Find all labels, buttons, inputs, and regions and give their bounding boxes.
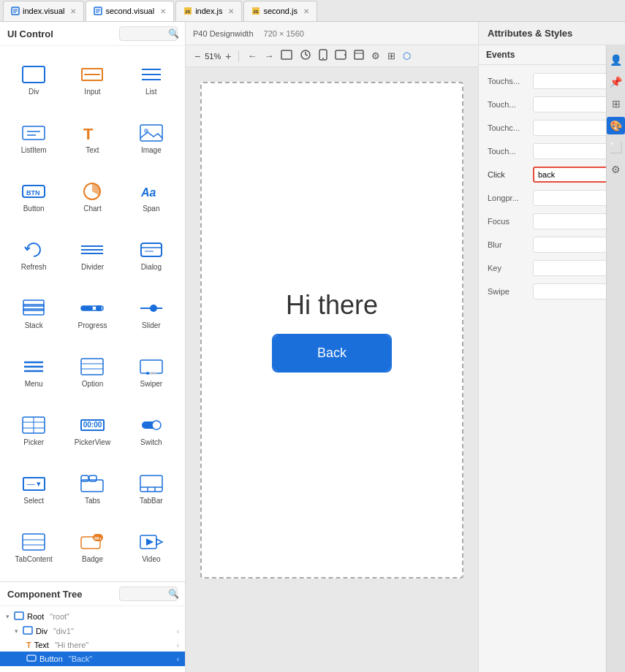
button-tree-value: "Back" (69, 654, 92, 663)
event-row-swipe: Swipe (479, 280, 606, 303)
svg-text:BTN: BTN (26, 189, 40, 196)
svg-rect-74 (27, 655, 36, 661)
component-text[interactable]: T Text (64, 110, 120, 166)
svg-point-39 (150, 305, 157, 312)
tablet-button[interactable] (333, 48, 349, 64)
table-icon-btn[interactable]: ⊞ (609, 95, 624, 112)
tab-second-js-close[interactable]: ✕ (303, 7, 309, 15)
touchs-input[interactable] (533, 73, 606, 89)
sidebar-search-input[interactable] (124, 29, 168, 38)
component-refresh[interactable]: Refresh (6, 227, 61, 283)
redo-button[interactable]: → (262, 49, 276, 63)
zoom-in-button[interactable]: + (224, 50, 232, 62)
gear-icon-btn[interactable]: ⚙ (608, 161, 624, 178)
sidebar-search-box[interactable]: 🔍 (119, 26, 178, 41)
video-label: Video (142, 555, 160, 563)
component-slider[interactable]: Slider (124, 286, 179, 341)
layout-icon-btn[interactable]: ⬜ (607, 139, 625, 156)
events-title: Events (479, 45, 606, 65)
component-switch[interactable]: Switch (124, 403, 179, 459)
div-tree-arrow: ‹ (177, 627, 179, 635)
component-tabcontent[interactable]: TabContent (6, 520, 61, 576)
settings-canvas-button[interactable]: ⚙ (369, 49, 382, 63)
tab-index-js[interactable]: JS index.js ✕ (175, 1, 242, 21)
tree-search-box[interactable]: 🔍 (119, 587, 178, 601)
component-swiper[interactable]: Swiper (124, 345, 179, 400)
option-icon (79, 356, 105, 377)
tree-row-text[interactable]: T Text "Hi there" ‹ (0, 638, 185, 652)
span-label: Span (143, 205, 159, 213)
tree-row-button[interactable]: Button "Back" ‹ (0, 652, 185, 666)
tabs-icon (79, 473, 105, 494)
grid-button[interactable]: ⊞ (385, 49, 398, 63)
component-select[interactable]: —▾ Select (6, 462, 61, 517)
tab-second-js[interactable]: JS second.js ✕ (243, 1, 317, 21)
component-stack[interactable]: Stack (6, 286, 61, 341)
component-pickerview[interactable]: 00:00 PickerView (64, 403, 120, 459)
tree-items: ▾ Root "root" ▾ Div "div1" ‹ (0, 606, 185, 669)
video-icon (138, 532, 164, 552)
picker-icon (20, 415, 47, 435)
event-row-key: Key (479, 256, 606, 280)
key-input[interactable] (533, 260, 606, 276)
component-input[interactable]: Input (64, 52, 120, 107)
component-list[interactable]: List (124, 52, 179, 107)
tabcontent-label: TabContent (15, 555, 53, 563)
component-chart[interactable]: Chart (64, 169, 120, 224)
component-dialog[interactable]: Dialog (124, 227, 179, 283)
tab-index-visual[interactable]: index.visual ✕ (3, 1, 84, 21)
tab-second-visual-close[interactable]: ✕ (160, 7, 166, 15)
tree-row-root[interactable]: ▾ Root "root" (0, 609, 185, 624)
tab-second-visual[interactable]: second.visual ✕ (86, 1, 174, 21)
clock-button[interactable] (298, 48, 314, 64)
component-listitem[interactable]: ListItem (6, 110, 61, 166)
zoom-value: 51% (205, 52, 221, 61)
component-span[interactable]: Aa Span (124, 169, 179, 224)
tree-row-div[interactable]: ▾ Div "div1" ‹ (0, 624, 185, 638)
pin-icon-btn[interactable]: 📌 (607, 73, 625, 91)
people-icon-btn[interactable]: 👤 (607, 51, 625, 69)
preview-button[interactable] (279, 48, 295, 64)
text-tree-name: Text (34, 641, 49, 649)
div-chevron: ▾ (15, 627, 18, 635)
component-tabbar[interactable]: TabBar (124, 462, 179, 517)
style-icon-btn[interactable]: 🎨 (607, 117, 625, 134)
phone-button[interactable] (317, 47, 330, 64)
phone-frame: Hi there Back (200, 82, 463, 579)
focus-input[interactable] (533, 213, 606, 229)
longpr-input[interactable] (533, 190, 606, 206)
component-div[interactable]: Div (6, 52, 61, 107)
right-panel-content: Events Touchs... Touch... Touchc... (479, 45, 625, 672)
svg-rect-34 (23, 300, 44, 306)
touch-input[interactable] (533, 96, 606, 112)
touch2-input[interactable] (533, 143, 606, 159)
image-label: Image (141, 146, 162, 154)
component-picker[interactable]: Picker (6, 403, 61, 459)
svg-rect-33 (23, 305, 44, 310)
component-image[interactable]: Image (124, 110, 179, 166)
component-progress[interactable]: Progress (64, 286, 120, 341)
component-option[interactable]: Option (64, 345, 120, 400)
component-menu[interactable]: Menu (6, 345, 61, 400)
svg-point-49 (154, 372, 156, 375)
swipe-input[interactable] (533, 283, 606, 299)
click-input[interactable] (533, 167, 606, 183)
zoom-out-button[interactable]: − (193, 50, 202, 62)
component-tabs[interactable]: Tabs (64, 462, 120, 517)
component-badge[interactable]: 99+ Badge (64, 520, 120, 576)
expand-button[interactable] (352, 48, 366, 64)
canvas-back-button[interactable]: Back (273, 335, 390, 371)
layers-button[interactable]: ⬡ (401, 49, 413, 63)
blur-input[interactable] (533, 237, 606, 253)
component-divider[interactable]: Divider (64, 227, 120, 283)
tree-search-input[interactable] (124, 589, 168, 598)
canvas-design-label: P40 Designwidth (193, 29, 254, 38)
component-button[interactable]: BTN Button (6, 169, 61, 224)
undo-button[interactable]: ← (245, 49, 259, 63)
main-layout: UI Control 🔍 Div Input (0, 22, 625, 672)
touchc-input[interactable] (533, 120, 606, 136)
component-video[interactable]: Video (124, 520, 179, 576)
tab-index-js-close[interactable]: ✕ (228, 7, 234, 15)
svg-text:99+: 99+ (94, 536, 102, 541)
tab-index-visual-close[interactable]: ✕ (70, 7, 76, 15)
